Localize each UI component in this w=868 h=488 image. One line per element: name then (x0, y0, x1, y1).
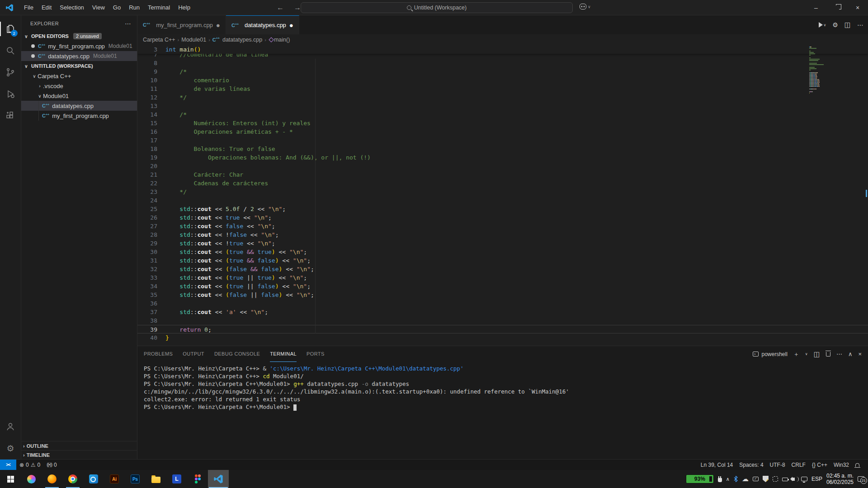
code-line-11[interactable]: 11 de varias líneas (137, 84, 868, 93)
code-line-19[interactable]: 19 Operaciones boleanas: And (&&), or ||… (137, 153, 868, 162)
code-line-34[interactable]: 34 std::cout << (true || false) << "\n"; (137, 282, 868, 291)
close-panel-icon[interactable]: × (858, 351, 862, 357)
notification-center-icon[interactable]: 21 (858, 476, 864, 482)
activity-settings-icon[interactable]: ⚙ (0, 437, 21, 459)
code-line-31[interactable]: 31 std::cout << (true && false) << "\n"; (137, 256, 868, 265)
forward-arrow-icon[interactable]: → (294, 4, 301, 12)
activity-source-control-icon[interactable] (0, 61, 21, 83)
code-line-25[interactable]: 25 std::cout << 5.0f / 2 << "\n"; (137, 205, 868, 213)
taskbar-start[interactable] (0, 470, 21, 488)
speaker-icon[interactable] (792, 478, 795, 481)
menu-file[interactable]: File (20, 0, 38, 15)
terminal-instance[interactable]: > powershell (753, 351, 787, 357)
taskbar-outlook[interactable] (83, 470, 104, 488)
settings-gear-icon[interactable]: ⚙ (832, 21, 838, 28)
status-crlf[interactable]: CRLF (788, 462, 809, 468)
split-terminal-icon[interactable]: ◫ (814, 350, 820, 358)
problems-status[interactable]: ⊗ 0 ⚠ 0 (16, 460, 43, 470)
code-line-36[interactable]: 36 (137, 299, 868, 308)
code-line-16[interactable]: 16 Operaciones ariméticas + - * (137, 127, 868, 136)
panel-more-actions-icon[interactable]: ⋯ (836, 351, 842, 357)
usb-eject-icon[interactable]: ✓ (753, 477, 759, 481)
code-line-29[interactable]: 29 std::cout << !true << "\n"; (137, 239, 868, 248)
breadcrumb-item[interactable]: C++datatatypes.cpp (212, 37, 262, 43)
battery-widget[interactable]: 93% (686, 474, 714, 483)
code-line-35[interactable]: 35 std::cout << (false || false) << "\n"… (137, 291, 868, 299)
activity-explorer-icon[interactable]: 2 (0, 18, 21, 40)
code-line-20[interactable]: 20 (137, 162, 868, 170)
dirty-indicator[interactable] (31, 54, 35, 58)
tree-item--vscode[interactable]: ›.vscode (21, 81, 137, 91)
activity-run-debug-icon[interactable] (0, 83, 21, 105)
copilot-menu[interactable]: ∨ (580, 4, 591, 9)
dirty-indicator[interactable]: ● (216, 22, 220, 28)
menu-help[interactable]: Help (174, 0, 194, 15)
more-actions-icon[interactable]: ⋯ (857, 21, 863, 28)
tree-item-module01[interactable]: ∨Module01 (21, 91, 137, 101)
panel-tab-debug-console[interactable]: DEBUG CONSOLE (214, 346, 260, 362)
terminal-dropdown-icon[interactable]: ∨ (805, 352, 808, 356)
code-editor[interactable]: 7 //comentario de una línea89 /*10 comen… (137, 45, 868, 346)
open-editor-item[interactable]: C++datatatypes.cppModule01 (21, 51, 137, 61)
menu-go[interactable]: Go (109, 0, 125, 15)
taskbar-l-app[interactable]: L (166, 470, 187, 488)
snip-icon[interactable] (773, 476, 778, 482)
tab-datatatypes-cpp[interactable]: C++datatatypes.cpp● (226, 15, 299, 34)
code-line-17[interactable]: 17 (137, 136, 868, 145)
panel-tab-problems[interactable]: PROBLEMS (144, 346, 173, 362)
code-line-22[interactable]: 22 Cadenas de carácteres (137, 179, 868, 188)
status-spaces-4[interactable]: Spaces: 4 (736, 462, 766, 468)
activity-account-icon[interactable] (0, 416, 21, 437)
menu-terminal[interactable]: Terminal (144, 0, 174, 15)
tree-item-carpeta-c-[interactable]: ∨Carpeta C++ (21, 71, 137, 81)
panel-tab-terminal[interactable]: TERMINAL (270, 346, 297, 362)
terminal-output[interactable]: PS C:\Users\Mr. Heinz\Carpeta C++> & 'c:… (137, 362, 868, 459)
status-utf-8[interactable]: UTF-8 (767, 462, 788, 468)
code-line-33[interactable]: 33 std::cout << (true || true) << "\n"; (137, 273, 868, 282)
code-line-23[interactable]: 23 */ (137, 188, 868, 196)
dirty-indicator[interactable] (31, 44, 35, 48)
open-editor-item[interactable]: C++my_first_program.cppModule01 (21, 41, 137, 51)
run-cpp-button[interactable]: ∨ (819, 22, 826, 28)
code-line-38[interactable]: 38 (137, 316, 868, 325)
cloud-sync-icon[interactable]: ☁ (742, 475, 749, 483)
battery-tray-icon[interactable] (782, 478, 788, 481)
code-line-15[interactable]: 15 Numéricos: Enteros (int) y reales (137, 119, 868, 127)
code-line-37[interactable]: 37 std::cout << 'a' << "\n"; (137, 308, 868, 316)
menu-run[interactable]: Run (125, 0, 144, 15)
code-line-10[interactable]: 10 comentario (137, 76, 868, 84)
panel-tab-output[interactable]: OUTPUT (183, 346, 204, 362)
code-line-18[interactable]: 18 Boleanos: True or false (137, 145, 868, 153)
status-win32[interactable]: Win32 (830, 462, 852, 468)
ports-status[interactable]: ((•)) 0 (43, 460, 60, 470)
remote-indicator[interactable]: >< (0, 460, 16, 470)
code-line-27[interactable]: 27 std::cout << false << "\n"; (137, 222, 868, 230)
code-line-40[interactable]: 40} (137, 333, 868, 342)
activity-search-icon[interactable] (0, 40, 21, 61)
section-timeline[interactable]: ›TIMELINE (21, 450, 137, 459)
workspace-header[interactable]: ∨ UNTITLED (WORKSPACE) (21, 61, 137, 71)
code-line-32[interactable]: 32 std::cout << (false && false) << "\n"… (137, 265, 868, 273)
notifications-bell[interactable] (852, 463, 863, 467)
minimap[interactable] (809, 45, 840, 94)
status-ln-39-col-14[interactable]: Ln 39, Col 14 (698, 462, 736, 468)
code-line-24[interactable]: 24 (137, 196, 868, 205)
menu-selection[interactable]: Selection (56, 0, 88, 15)
close-button[interactable]: × (847, 0, 868, 15)
breadcrumb-item[interactable]: main() (269, 37, 290, 43)
code-line-14[interactable]: 14 /* (137, 110, 868, 119)
taskbar-chrome[interactable] (62, 470, 83, 488)
taskbar-figma[interactable] (187, 470, 208, 488)
tree-item-my-first-program-cpp[interactable]: C++my_first_program.cpp (21, 111, 137, 121)
code-line-12[interactable]: 12 */ (137, 93, 868, 102)
back-arrow-icon[interactable]: ← (277, 4, 284, 12)
code-line-3[interactable]: 3int main() (137, 45, 868, 54)
clock[interactable]: 02:45 a. m. 06/02/2025 (826, 473, 854, 485)
dirty-indicator[interactable]: ● (289, 22, 293, 28)
menu-edit[interactable]: Edit (38, 0, 56, 15)
status--c-[interactable]: {} C++ (809, 462, 830, 468)
code-line-30[interactable]: 30 std::cout << (true && true) << "\n"; (137, 248, 868, 256)
code-line-39[interactable]: 39 return 0; (137, 325, 868, 333)
keyboard-layout[interactable]: ESP (811, 476, 822, 482)
hidden-icons-chevron[interactable]: ∧ (726, 476, 730, 482)
